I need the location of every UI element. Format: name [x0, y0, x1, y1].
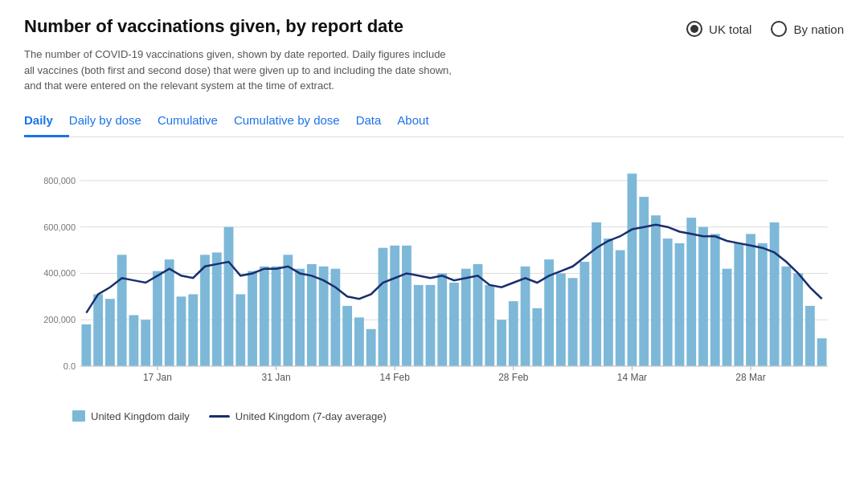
- svg-rect-42: [461, 268, 471, 365]
- svg-rect-70: [793, 273, 803, 366]
- chart-description: The number of COVID-19 vaccinations give…: [24, 47, 458, 94]
- svg-rect-65: [734, 243, 743, 365]
- page-title: Number of vaccinations given, by report …: [24, 16, 403, 37]
- svg-rect-38: [414, 284, 424, 365]
- svg-text:14 Mar: 14 Mar: [617, 372, 647, 383]
- svg-text:0.0: 0.0: [63, 361, 76, 371]
- svg-rect-48: [532, 308, 542, 365]
- svg-rect-26: [272, 266, 281, 365]
- radio-label-uk: UK total: [709, 22, 751, 36]
- legend-line-swatch: [209, 415, 230, 418]
- radio-circle-uk: [686, 21, 702, 37]
- radio-label-nation: By nation: [793, 22, 844, 36]
- tab-bar: Daily Daily by dose Cumulative Cumulativ…: [24, 107, 844, 137]
- svg-text:600,000: 600,000: [43, 222, 76, 231]
- svg-rect-55: [616, 250, 625, 365]
- svg-text:800,000: 800,000: [43, 175, 76, 185]
- tab-daily-by-dose[interactable]: Daily by dose: [69, 107, 158, 137]
- svg-rect-15: [141, 320, 150, 366]
- radio-uk-total[interactable]: UK total: [686, 21, 751, 37]
- svg-text:28 Feb: 28 Feb: [498, 372, 529, 383]
- svg-rect-32: [342, 305, 352, 365]
- legend-bar-label: United Kingdom daily: [91, 410, 190, 422]
- svg-rect-51: [568, 278, 578, 366]
- svg-rect-21: [212, 252, 222, 366]
- svg-rect-22: [224, 226, 234, 365]
- svg-rect-62: [698, 226, 708, 365]
- svg-rect-41: [449, 283, 459, 366]
- svg-rect-47: [521, 266, 530, 365]
- chart-area: 800,000600,000400,000200,0000.017 Jan31 …: [24, 145, 844, 402]
- svg-rect-46: [509, 301, 518, 366]
- svg-rect-25: [260, 266, 269, 365]
- svg-rect-37: [402, 245, 411, 365]
- tab-daily[interactable]: Daily: [24, 107, 69, 137]
- legend-line-label: United Kingdom (7-day average): [235, 410, 387, 422]
- chart-svg: 800,000600,000400,000200,0000.017 Jan31 …: [24, 145, 844, 402]
- svg-rect-13: [117, 255, 127, 366]
- svg-text:400,000: 400,000: [43, 268, 76, 278]
- svg-text:14 Feb: 14 Feb: [380, 372, 411, 383]
- svg-rect-36: [390, 245, 399, 365]
- svg-rect-33: [354, 317, 364, 366]
- svg-rect-24: [248, 271, 257, 365]
- svg-rect-28: [295, 268, 305, 365]
- svg-rect-39: [426, 284, 436, 365]
- radio-group: UK total By nation: [686, 16, 844, 37]
- legend-bar-swatch: [72, 410, 85, 422]
- svg-rect-63: [710, 234, 720, 366]
- tab-data[interactable]: Data: [356, 107, 398, 137]
- svg-rect-50: [556, 273, 566, 366]
- svg-rect-54: [604, 238, 613, 366]
- svg-rect-71: [805, 305, 815, 365]
- svg-rect-10: [81, 324, 91, 366]
- tab-about[interactable]: About: [397, 107, 444, 137]
- svg-rect-57: [639, 197, 649, 366]
- svg-rect-52: [579, 262, 589, 366]
- svg-rect-19: [188, 294, 198, 366]
- svg-rect-18: [177, 296, 186, 366]
- svg-rect-58: [651, 215, 661, 366]
- svg-rect-60: [675, 243, 685, 365]
- svg-rect-61: [686, 218, 696, 366]
- svg-rect-14: [129, 315, 139, 366]
- svg-rect-29: [307, 263, 317, 365]
- tab-cumulative-by-dose[interactable]: Cumulative by dose: [234, 107, 356, 137]
- svg-rect-69: [781, 266, 791, 365]
- svg-rect-67: [758, 243, 768, 365]
- svg-rect-40: [437, 273, 447, 366]
- svg-rect-44: [485, 284, 494, 365]
- tab-cumulative[interactable]: Cumulative: [158, 107, 234, 137]
- svg-text:31 Jan: 31 Jan: [262, 372, 291, 383]
- svg-rect-66: [746, 234, 755, 366]
- svg-text:28 Mar: 28 Mar: [735, 372, 765, 383]
- legend-line-item: United Kingdom (7-day average): [209, 410, 387, 422]
- svg-text:17 Jan: 17 Jan: [143, 372, 172, 383]
- svg-rect-56: [628, 173, 637, 366]
- svg-rect-20: [200, 255, 210, 366]
- svg-rect-35: [379, 247, 388, 365]
- chart-legend: United Kingdom daily United Kingdom (7-d…: [24, 410, 844, 422]
- svg-rect-68: [770, 222, 780, 365]
- svg-rect-12: [105, 299, 115, 366]
- svg-rect-45: [497, 320, 506, 366]
- svg-rect-23: [235, 294, 245, 366]
- svg-rect-64: [723, 268, 732, 365]
- radio-circle-nation: [771, 21, 787, 37]
- legend-bar-item: United Kingdom daily: [72, 410, 190, 422]
- svg-rect-53: [592, 222, 601, 365]
- svg-rect-27: [283, 255, 293, 366]
- radio-by-nation[interactable]: By nation: [771, 21, 844, 37]
- svg-rect-59: [663, 238, 673, 366]
- svg-rect-11: [93, 294, 103, 366]
- svg-rect-17: [165, 259, 174, 366]
- svg-rect-31: [330, 268, 340, 365]
- svg-rect-72: [817, 338, 827, 366]
- svg-rect-34: [366, 328, 376, 365]
- svg-text:200,000: 200,000: [43, 315, 76, 324]
- svg-rect-16: [153, 271, 162, 365]
